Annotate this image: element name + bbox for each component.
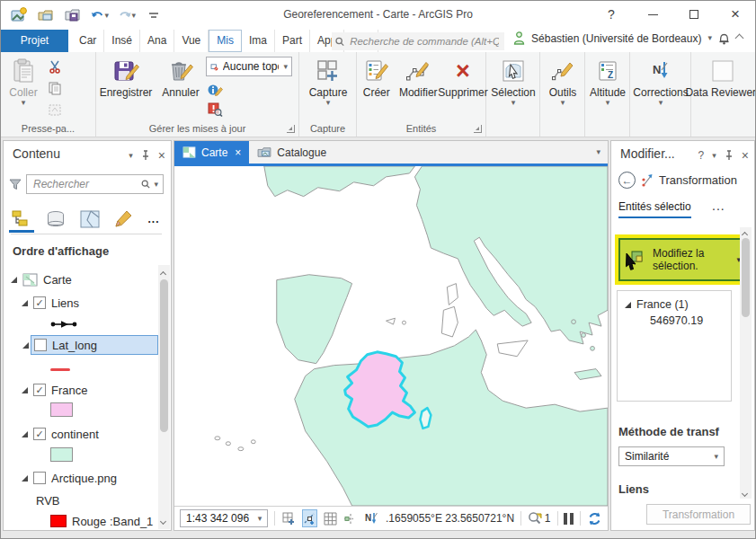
ribbon-tab-analyse[interactable]: Ana: [140, 30, 174, 52]
corrections-caret[interactable]: ▾: [659, 99, 663, 107]
scale-combo[interactable]: 1:43 342 096 ▾: [180, 509, 268, 527]
ribbon-tab-inserer[interactable]: Insé: [104, 30, 140, 52]
expander-icon[interactable]: [22, 475, 28, 482]
snapping-toggle-icon[interactable]: [302, 509, 317, 527]
topology-combo[interactable]: Aucune topologie ▾: [206, 57, 292, 76]
close-button[interactable]: ×: [717, 1, 753, 28]
capture-caret[interactable]: ▾: [326, 99, 331, 107]
layer-row-liens[interactable]: ✓ Liens: [22, 295, 79, 311]
refresh-button[interactable]: [587, 509, 602, 527]
continent-symbol[interactable]: [50, 446, 73, 463]
modify-features-button[interactable]: Modifier: [396, 52, 440, 117]
liens-symbol[interactable]: [50, 316, 77, 332]
france-checkbox[interactable]: ✓: [33, 384, 46, 396]
expander-icon[interactable]: [11, 277, 17, 283]
selection-button[interactable]: Sélection ▾: [486, 52, 540, 117]
discard-edits-button[interactable]: Annuler: [156, 52, 206, 117]
grid-toggle-icon[interactable]: [324, 509, 337, 527]
tab-data-sources[interactable]: [45, 208, 67, 231]
ribbon-tab-projet[interactable]: Projet: [1, 30, 68, 52]
filter-icon[interactable]: [9, 179, 22, 190]
command-search-input[interactable]: [348, 35, 501, 48]
layer-row-map[interactable]: Carte: [11, 271, 72, 287]
raster-band-row[interactable]: Rouge :Band_1: [50, 513, 153, 529]
help-button[interactable]: ?: [593, 1, 629, 28]
cut-button[interactable]: [46, 57, 64, 75]
pin-icon[interactable]: [725, 150, 734, 161]
maximize-button[interactable]: [676, 1, 712, 28]
tab-more-menu[interactable]: ...: [712, 199, 725, 213]
close-view-tab-icon[interactable]: ×: [235, 146, 241, 159]
view-tab-catalogue[interactable]: Catalogue: [249, 141, 334, 163]
ground-to-grid-icon[interactable]: [343, 509, 358, 527]
modify-pane-close-icon[interactable]: ×: [742, 148, 749, 163]
contents-scrollbar[interactable]: [158, 265, 170, 529]
continent-checkbox[interactable]: ✓: [33, 428, 46, 440]
features-dialog-launcher[interactable]: [474, 125, 482, 133]
tools-caret[interactable]: ▾: [561, 99, 565, 107]
create-features-button[interactable]: Créer: [357, 52, 396, 117]
paste-button[interactable]: Coller ▾: [1, 52, 46, 117]
capture-button[interactable]: Capture ▾: [299, 52, 357, 117]
modify-pane-menu-caret[interactable]: ▾: [712, 152, 716, 160]
save-edits-button[interactable]: Enregistrer: [96, 52, 156, 117]
elevation-caret[interactable]: ▾: [606, 99, 610, 107]
feature-value[interactable]: 546970.19: [650, 314, 731, 327]
layers-search-box[interactable]: ▾: [26, 174, 164, 194]
delete-features-button[interactable]: × Supprimer: [440, 52, 485, 117]
view-tabs-overflow-caret[interactable]: ▾: [596, 148, 600, 156]
back-arrow-icon[interactable]: ←: [618, 172, 636, 189]
corrections-button[interactable]: N Corrections ▾: [630, 52, 691, 117]
expander-icon[interactable]: [22, 387, 28, 393]
edit-status-button[interactable]: [206, 81, 224, 99]
command-search[interactable]: [332, 32, 504, 50]
expander-icon[interactable]: [22, 431, 28, 437]
search-options-caret[interactable]: ▾: [154, 181, 158, 189]
france-tree-item[interactable]: France (1): [625, 298, 731, 311]
user-dropdown-caret[interactable]: ▾: [707, 34, 712, 42]
tab-drawing-order[interactable]: [11, 208, 32, 231]
paste-dropdown-caret[interactable]: ▾: [22, 99, 26, 107]
latlong-checkbox[interactable]: [34, 339, 47, 351]
modify-pane-help[interactable]: ?: [698, 149, 705, 162]
copy-button[interactable]: [46, 79, 64, 97]
ribbon-tab-partager[interactable]: Part: [275, 30, 310, 52]
tab-editing[interactable]: [113, 208, 133, 231]
ribbon-tab-mise-a-jour[interactable]: Mis: [209, 30, 242, 52]
layer-row-arctique[interactable]: Arctique.png: [22, 470, 117, 486]
ribbon-tab-carte[interactable]: Car: [72, 30, 104, 52]
add-bookmark-icon[interactable]: [281, 509, 296, 527]
arctique-checkbox[interactable]: [33, 472, 46, 484]
pin-icon[interactable]: [141, 150, 150, 161]
selection-caret[interactable]: ▾: [511, 99, 516, 107]
method-combo[interactable]: Similarité ▾: [618, 446, 725, 466]
modify-pane-scrollbar[interactable]: [740, 227, 752, 499]
transformation-button-disabled[interactable]: Transformation: [646, 504, 751, 525]
direction-offset-icon[interactable]: N: [364, 509, 379, 527]
ribbon-tab-vue[interactable]: Vue: [174, 30, 209, 52]
contents-pane-close-icon[interactable]: ×: [158, 148, 165, 163]
layer-row-latlong-selected[interactable]: Lat_long: [31, 335, 158, 355]
data-reviewer-button[interactable]: Data Reviewer▾: [691, 52, 754, 117]
expander-icon[interactable]: [22, 342, 29, 349]
manage-dialog-launcher[interactable]: [287, 125, 295, 133]
pause-drawing-button[interactable]: [564, 513, 574, 525]
tab-more[interactable]: ...: [146, 208, 162, 231]
paste-special-button[interactable]: [46, 101, 64, 119]
modify-selection-button[interactable]: Modifiez la sélection. ▾: [618, 238, 746, 281]
france-symbol[interactable]: [50, 402, 73, 418]
latlong-symbol[interactable]: [50, 361, 70, 377]
tab-perspective[interactable]: [79, 208, 101, 231]
minimize-button[interactable]: [635, 1, 671, 28]
map-canvas[interactable]: [174, 166, 608, 506]
tools-button[interactable]: Outils ▾: [540, 52, 585, 117]
topology-caret[interactable]: ▾: [283, 63, 288, 71]
collapse-ribbon-chevron[interactable]: [735, 34, 744, 43]
layers-search-input[interactable]: [31, 177, 138, 191]
error-inspector-button[interactable]: [206, 101, 224, 119]
view-tab-carte[interactable]: Carte ×: [174, 141, 249, 163]
ribbon-tab-imagerie[interactable]: Ima: [242, 30, 275, 52]
layer-row-france[interactable]: ✓ France: [22, 382, 87, 398]
liens-checkbox[interactable]: ✓: [33, 296, 46, 309]
selected-features-tab[interactable]: Entités sélectio: [618, 200, 691, 218]
